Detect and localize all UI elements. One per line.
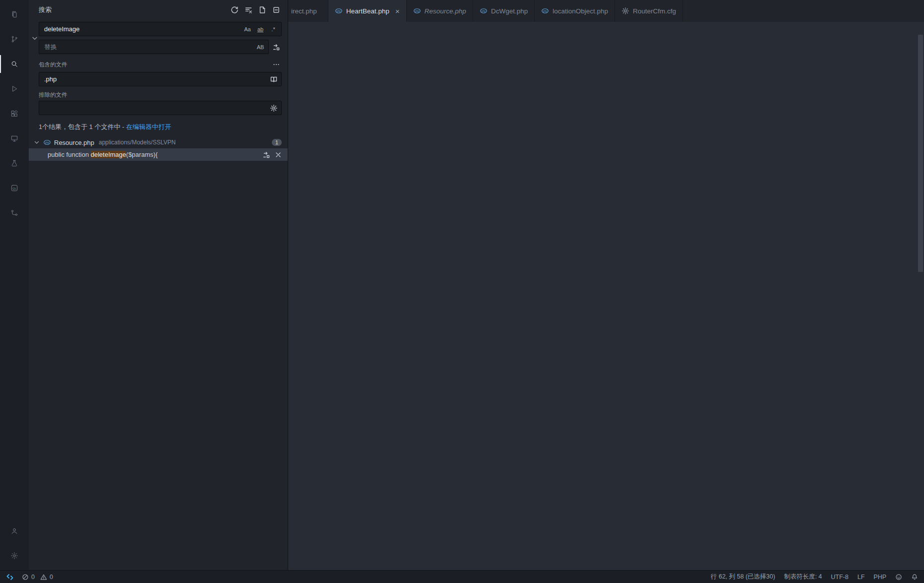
- result-count-badge: 1: [272, 139, 282, 146]
- match-post: ($params){: [126, 151, 158, 158]
- php-file-icon: php: [480, 7, 488, 15]
- editor-group: irect.phpphpHeartBeat.php×phpResource.ph…: [288, 0, 924, 570]
- feedback-button[interactable]: [895, 574, 902, 581]
- replace-icon: [272, 43, 280, 51]
- files-to-include-input[interactable]: [43, 75, 268, 83]
- activity-account-button[interactable]: [0, 518, 29, 543]
- error-icon: [22, 574, 29, 581]
- activity-explorer-button[interactable]: [0, 2, 29, 27]
- tab-Resource.php[interactable]: phpResource.php: [407, 0, 473, 22]
- tab-locationObject.php[interactable]: phplocationObject.php: [535, 0, 615, 22]
- tab-RouterCfm.cfg[interactable]: RouterCfm.cfg: [615, 0, 683, 22]
- open-book-icon: [270, 75, 278, 83]
- run-debug-icon: [10, 85, 18, 93]
- status-bar: 0 0 行 62, 列 58 (已选择30) 制表符长度: 4 UTF-8 LF…: [0, 570, 924, 583]
- notifications-button[interactable]: [911, 574, 918, 581]
- tab-label: RouterCfm.cfg: [633, 7, 676, 15]
- tab-close-button[interactable]: ×: [395, 7, 400, 15]
- replace-match-button[interactable]: [261, 149, 272, 160]
- refresh-button[interactable]: [229, 4, 240, 15]
- explorer-icon: [10, 10, 18, 18]
- indentation-setting[interactable]: 制表符长度: 4: [784, 573, 822, 581]
- activity-search-button[interactable]: [0, 52, 29, 76]
- activity-testing-button[interactable]: [0, 151, 29, 176]
- codeql-icon: QL: [10, 184, 18, 192]
- php-file-icon: php: [335, 7, 343, 15]
- activity-bar-top: QL: [0, 0, 29, 227]
- clear-results-button[interactable]: [243, 4, 254, 15]
- pipeline-icon: [10, 209, 18, 217]
- error-count: 0: [31, 574, 35, 581]
- results-summary: 1个结果，包含于 1 个文件中 -: [39, 123, 126, 130]
- replace-input[interactable]: [43, 43, 254, 51]
- chevron-down-icon: [31, 34, 39, 42]
- activity-remote-explorer-button[interactable]: [0, 126, 29, 151]
- match-highlight: deleteImage: [91, 151, 126, 158]
- warning-icon: [40, 574, 47, 581]
- tab-label: irect.php: [291, 7, 317, 15]
- match-text: public function deleteImage($params){: [48, 151, 258, 158]
- problems-indicator[interactable]: 0 0: [22, 574, 53, 581]
- use-exclude-settings-toggle[interactable]: [268, 103, 279, 114]
- smiley-icon: [895, 574, 902, 581]
- workbench: QL 搜索 Aa ab .*: [0, 0, 924, 570]
- dismiss-match-button[interactable]: [273, 149, 284, 160]
- more-dots-icon: [272, 61, 280, 68]
- editor-scrollbar[interactable]: [917, 35, 924, 570]
- tab-label: locationObject.php: [553, 7, 608, 15]
- tab-DcWget.php[interactable]: phpDcWget.php: [473, 0, 535, 22]
- language-mode[interactable]: PHP: [873, 574, 886, 581]
- replace-all-button[interactable]: [271, 42, 282, 53]
- tab-irect.php[interactable]: irect.php: [288, 0, 328, 22]
- breadcrumb: [288, 22, 924, 35]
- preserve-case-toggle[interactable]: AB: [254, 42, 266, 52]
- refresh-icon: [231, 6, 239, 14]
- eol-setting[interactable]: LF: [858, 574, 865, 581]
- new-search-editor-button[interactable]: [257, 4, 268, 15]
- bell-icon: [911, 574, 918, 581]
- gear-small-icon: [621, 7, 629, 15]
- svg-text:php: php: [45, 141, 49, 144]
- activity-settings-button[interactable]: [0, 543, 29, 568]
- whole-word-toggle[interactable]: ab: [254, 24, 266, 34]
- search-icon: [10, 60, 18, 68]
- account-icon: [10, 527, 18, 535]
- open-in-editor-link[interactable]: 在编辑器中打开: [126, 123, 171, 130]
- chevron-down-icon: [33, 139, 40, 146]
- toggle-replace-button[interactable]: [31, 22, 39, 54]
- search-input[interactable]: [43, 25, 242, 33]
- activity-source-control-button[interactable]: [0, 27, 29, 52]
- result-file-name: Resource.php: [54, 139, 94, 146]
- collapse-all-icon: [272, 6, 280, 14]
- match-case-toggle[interactable]: Aa: [242, 24, 253, 34]
- settings-icon: [10, 552, 18, 560]
- php-file-icon: php: [541, 7, 549, 15]
- activity-codeql-button[interactable]: QL: [0, 176, 29, 200]
- encoding-setting[interactable]: UTF-8: [831, 574, 848, 581]
- search-header-actions: [229, 4, 282, 15]
- replace-icon: [262, 151, 270, 159]
- editor[interactable]: [288, 35, 924, 570]
- scrollbar-thumb[interactable]: [918, 35, 923, 272]
- files-to-exclude-label: 排除的文件: [39, 91, 67, 99]
- warning-count: 0: [50, 574, 53, 581]
- regex-toggle[interactable]: .*: [267, 24, 279, 34]
- search-block: Aa ab .* AB: [29, 20, 288, 54]
- svg-text:QL: QL: [12, 187, 17, 190]
- extensions-icon: [10, 110, 18, 118]
- files-to-exclude-input[interactable]: [43, 104, 268, 112]
- tab-label: Resource.php: [425, 7, 466, 15]
- search-result-file-row[interactable]: php Resource.php applications/Models/SSL…: [29, 136, 288, 148]
- cursor-position[interactable]: 行 62, 列 58 (已选择30): [711, 573, 775, 581]
- collapse-all-button[interactable]: [271, 4, 282, 15]
- activity-run-debug-button[interactable]: [0, 76, 29, 101]
- activity-extensions-button[interactable]: [0, 101, 29, 126]
- testing-icon: [10, 159, 18, 167]
- tab-HeartBeat.php[interactable]: phpHeartBeat.php×: [328, 0, 407, 22]
- search-open-editors-toggle[interactable]: [268, 74, 279, 85]
- editor-actions: [919, 0, 924, 22]
- toggle-search-details-button[interactable]: [271, 59, 282, 70]
- activity-pipeline-button[interactable]: [0, 200, 29, 225]
- search-match-row[interactable]: public function deleteImage($params){: [29, 148, 288, 161]
- remote-indicator[interactable]: [6, 573, 14, 581]
